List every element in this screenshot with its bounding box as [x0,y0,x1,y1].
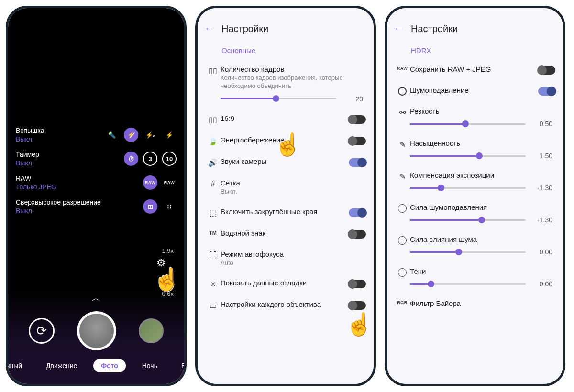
expcomp-slider[interactable]: -1.30 [410,184,552,192]
timer-10-icon[interactable]: 10 [162,152,177,166]
raw-only-icon[interactable]: RAW [162,175,177,190]
eyedropper-icon: ✎ [395,171,410,181]
shadows-slider[interactable]: 0.00 [410,280,552,288]
rgb-icon: RGB [395,299,410,305]
phone-settings-hdrx: ← Настройки HDRX RAW Сохранить RAW + JPE… [385,6,565,386]
row-watermark[interactable]: TM Водяной знак [198,223,374,244]
powersave-toggle[interactable] [349,137,366,145]
timer-label: Таймер [16,151,124,158]
row-debug[interactable]: ⤫ Показать данные отладки [198,273,374,294]
row-autofocus[interactable]: ⛶ Режим автофокуса Auto [198,244,374,273]
row-perlens[interactable]: ▭ Настройки каждого объектива [198,294,374,316]
back-icon[interactable]: ← [394,22,411,35]
collapse-icon: ⤫ [205,279,221,289]
row-grid[interactable]: # Сетка Выкл. [198,173,374,202]
mode-selector[interactable]: ечный Движение Фото Ночь Ви [8,355,184,376]
mode-right-truncated[interactable]: Ви [174,359,184,372]
flash-off-icon[interactable]: ⚡⁠̸ [124,128,138,142]
settings-screen: ← Настройки Основные ▯▯ Количество кадро… [198,8,374,384]
flash-on-icon[interactable]: ⚡ [162,128,177,142]
frames-title: Количество кадров [221,65,363,73]
row-shadows[interactable]: Тени 0.00 [387,261,563,294]
superres-value: Выкл. [16,207,143,215]
eyedropper-icon: ✎ [395,139,410,149]
aspect-icon: ▯▯ [205,114,221,124]
row-powersave[interactable]: 🍃 Энергосбережение [198,130,374,152]
circle-icon [395,267,410,277]
row-sharpness[interactable]: ⚯ Резкость 0.50 [387,101,563,133]
superres-on-icon[interactable]: ⊞ [143,199,157,214]
aspect-toggle[interactable] [349,115,366,124]
row-denoise[interactable]: Шумоподавление [387,80,563,101]
quick-flash-row: Вспышка Выкл. 🔦 ⚡⁠̸ ⚡ₐ ⚡ [14,123,178,147]
mode-night[interactable]: Ночь [134,359,165,372]
row-bayer[interactable]: RGB Фильтр Байера [387,294,563,313]
frames-slider[interactable]: 20 [221,95,363,103]
grid-icon: # [205,179,221,188]
row-sounds[interactable]: 🔊 Звуки камеры [198,152,374,173]
switch-camera-button[interactable]: ⟳ [29,318,55,344]
phone-settings-main: ← Настройки Основные ▯▯ Количество кадро… [195,6,376,386]
raw-label: RAW [16,174,143,182]
row-aspect[interactable]: ▯▯ 16:9 [198,109,374,130]
camera-screen: Вспышка Выкл. 🔦 ⚡⁠̸ ⚡ₐ ⚡ Таймер Выкл. ⏱ … [8,8,184,384]
back-icon[interactable]: ← [204,22,221,35]
gallery-thumbnail[interactable] [139,318,164,343]
row-rounded[interactable]: ⬚ Включить закруглённые края [198,202,374,223]
mode-left-truncated[interactable]: ечный [8,359,30,372]
mergestrength-slider[interactable]: 0.00 [410,248,552,256]
leaf-icon: 🍃 [205,136,221,146]
row-frames[interactable]: ▯▯ Количество кадров Количество кадров и… [198,59,374,109]
quick-superres-row: Сверхвысокое разрешение Выкл. ⊞ ∷ [14,195,178,218]
flash-torch-icon[interactable]: 🔦 [105,128,119,142]
settings-header: ← Настройки [198,8,374,41]
debug-toggle[interactable] [349,280,366,288]
shutter-button[interactable] [77,311,116,350]
frames-desc: Количество кадров изображения, которые н… [221,74,363,90]
section-hdrx: HDRX [387,41,563,59]
phone-camera: Вспышка Выкл. 🔦 ⚡⁠̸ ⚡ₐ ⚡ Таймер Выкл. ⏱ … [6,6,187,386]
timer-off-icon[interactable]: ⏱ [124,152,138,166]
flash-auto-icon[interactable]: ⚡ₐ [143,128,157,142]
settings-title: Настройки [411,23,458,34]
saturation-slider[interactable]: 1.50 [410,152,552,160]
flash-label: Вспышка [16,127,105,134]
row-saturation[interactable]: ✎ Насыщенность 1.50 [387,133,563,165]
chevron-up-icon[interactable]: ︿ [8,292,184,305]
quick-timer-row: Таймер Выкл. ⏱ 3 10 [14,147,178,171]
settings-hdrx-screen: ← Настройки HDRX RAW Сохранить RAW + JPE… [387,8,563,384]
gear-icon[interactable]: ⚙ [156,257,166,269]
sharpness-slider[interactable]: 0.50 [410,120,552,128]
superres-label: Сверхвысокое разрешение [16,198,143,206]
dnstrength-slider[interactable]: -1.30 [410,216,552,224]
zoom-upper[interactable]: 1.9x [162,247,174,254]
timer-3-icon[interactable]: 3 [143,152,157,166]
settings-title: Настройки [221,23,268,34]
lens-icon: ▭ [205,300,221,310]
row-rawjpeg[interactable]: RAW Сохранить RAW + JPEG [387,59,563,80]
sounds-toggle[interactable] [349,158,366,167]
settings-header: ← Настройки [387,8,563,41]
mode-photo[interactable]: Фото [93,359,125,372]
quick-raw-row: RAW Только JPEG RAW RAW [14,171,178,195]
watermark-toggle[interactable] [349,230,366,239]
mode-motion[interactable]: Движение [38,359,85,372]
rounded-icon: ⬚ [205,207,221,218]
rawjpeg-toggle[interactable] [538,66,555,75]
row-mergestrength[interactable]: Сила слияния шума 0.00 [387,229,563,261]
raw-jpeg-icon[interactable]: RAW [143,175,157,190]
perlens-toggle[interactable] [349,301,366,310]
watermark-icon: TM [205,229,221,236]
section-main: Основные [198,41,374,59]
link-icon: ⚯ [395,107,410,117]
quick-settings-panel: Вспышка Выкл. 🔦 ⚡⁠̸ ⚡ₐ ⚡ Таймер Выкл. ⏱ … [14,123,178,218]
circle-icon [395,203,410,213]
denoise-toggle[interactable] [538,87,555,96]
superres-off-icon[interactable]: ∷ [162,199,177,214]
rounded-toggle[interactable] [349,208,366,217]
raw-icon: RAW [395,65,410,71]
row-expcomp[interactable]: ✎ Компенсация экспозиции -1.30 [387,165,563,197]
row-dnstrength[interactable]: Сила шумоподавления -1.30 [387,197,563,229]
speaker-icon: 🔊 [205,157,221,167]
camera-bottom-bar: ︿ ⟳ ечный Движение Фото Ночь Ви [8,292,184,376]
